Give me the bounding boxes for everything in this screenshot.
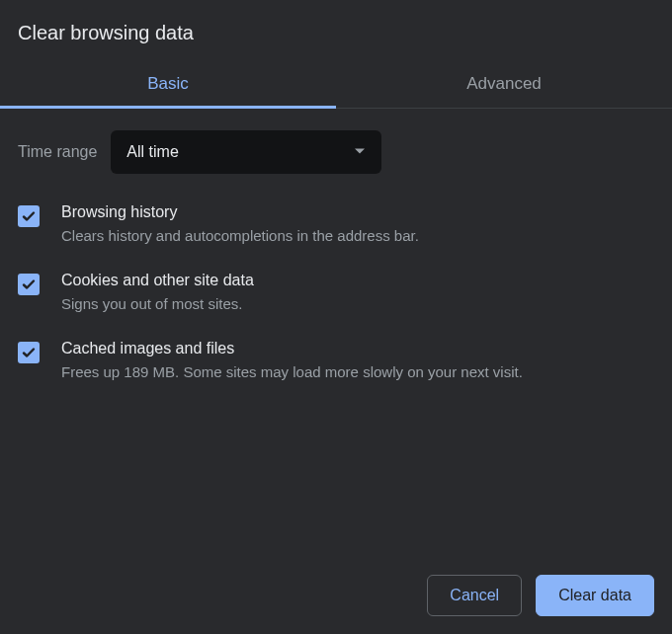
dialog-body: Time range All time Browsing history Cle… xyxy=(0,109,672,382)
dialog-title: Clear browsing data xyxy=(0,0,672,62)
tabs: Basic Advanced xyxy=(0,62,672,109)
option-text: Cookies and other site data Signs you ou… xyxy=(61,272,654,314)
cancel-button-label: Cancel xyxy=(450,587,499,604)
option-desc: Clears history and autocompletions in th… xyxy=(61,225,654,246)
check-icon xyxy=(21,208,37,224)
check-icon xyxy=(21,277,37,292)
checkbox-cookies[interactable] xyxy=(18,274,40,295)
option-desc: Signs you out of most sites. xyxy=(61,293,654,314)
option-text: Cached images and files Frees up 189 MB.… xyxy=(61,340,654,382)
tab-basic-label: Basic xyxy=(147,74,189,93)
time-range-value: All time xyxy=(126,143,178,161)
check-icon xyxy=(21,345,37,360)
checkbox-browsing-history[interactable] xyxy=(18,205,40,227)
clear-browsing-data-dialog: Clear browsing data Basic Advanced Time … xyxy=(0,0,672,634)
tab-advanced-label: Advanced xyxy=(466,74,542,93)
time-range-select[interactable]: All time xyxy=(111,130,381,174)
clear-data-button[interactable]: Clear data xyxy=(536,575,654,616)
time-range-row: Time range All time xyxy=(18,130,654,174)
tab-basic[interactable]: Basic xyxy=(0,62,336,108)
tab-advanced[interactable]: Advanced xyxy=(336,62,672,108)
dialog-footer: Cancel Clear data xyxy=(427,575,654,616)
time-range-label: Time range xyxy=(18,143,97,161)
option-title: Cached images and files xyxy=(61,340,654,357)
option-text: Browsing history Clears history and auto… xyxy=(61,203,654,246)
option-title: Browsing history xyxy=(61,203,654,221)
cancel-button[interactable]: Cancel xyxy=(427,575,522,616)
option-cookies: Cookies and other site data Signs you ou… xyxy=(18,272,654,314)
clear-data-button-label: Clear data xyxy=(558,587,631,604)
option-cache: Cached images and files Frees up 189 MB.… xyxy=(18,340,654,382)
option-desc: Frees up 189 MB. Some sites may load mor… xyxy=(61,361,654,382)
chevron-down-icon xyxy=(354,143,366,161)
option-browsing-history: Browsing history Clears history and auto… xyxy=(18,203,654,246)
checkbox-cache[interactable] xyxy=(18,342,40,363)
option-title: Cookies and other site data xyxy=(61,272,654,289)
